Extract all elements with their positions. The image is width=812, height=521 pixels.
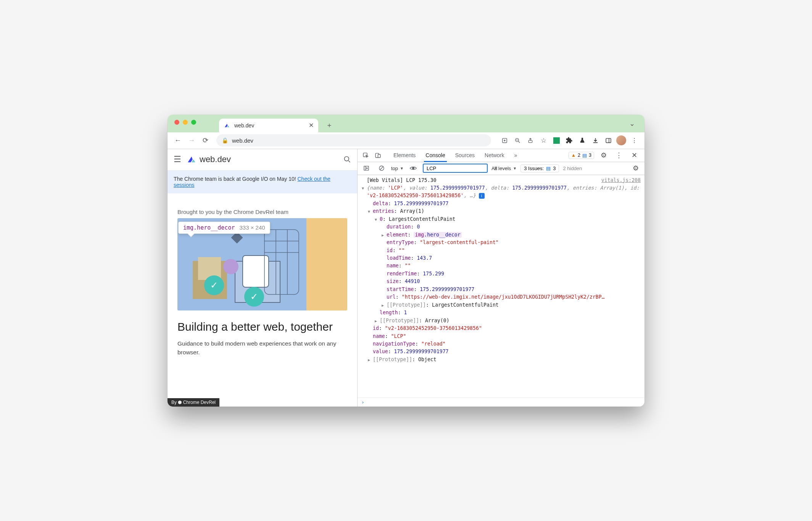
prop-obj-value[interactable]: value: 175.29999999701977 (358, 348, 644, 355)
prop-obj-id[interactable]: id: "v2-1683052452950-3756013429856" (358, 325, 644, 332)
announcement-banner: The Chrome team is back at Google I/O on… (168, 170, 357, 193)
expand-icon[interactable]: ▼ (361, 185, 365, 191)
issues-pill[interactable]: 3 Issues: ▤ 3 (520, 164, 559, 172)
console-filter-input[interactable]: ✕ (423, 164, 488, 173)
source-link[interactable]: vitals.js:208 (598, 177, 641, 184)
console-toolbar: top▼ ✕ All levels▼ 3 Issues: ▤ 3 2 hidde… (358, 162, 644, 175)
entry-0[interactable]: ▼0: LargestContentfulPaint (358, 215, 644, 223)
expand-icon[interactable]: ▶ (374, 318, 378, 324)
download-icon[interactable] (590, 135, 601, 146)
svg-rect-5 (264, 230, 299, 294)
tab-network[interactable]: Network (480, 149, 509, 162)
forward-button[interactable]: → (186, 135, 197, 146)
sidebar-toggle-icon[interactable] (603, 135, 614, 146)
labs-icon[interactable] (577, 135, 588, 146)
tab-elements[interactable]: Elements (389, 149, 420, 162)
context-selector[interactable]: top▼ (391, 166, 404, 171)
kebab-menu-icon[interactable]: ⋮ (628, 135, 640, 146)
live-expression-icon[interactable] (408, 162, 419, 174)
minimize-window-button[interactable] (183, 120, 188, 125)
share-icon[interactable] (525, 135, 536, 146)
prop-delta[interactable]: delta: 175.29999999701977 (358, 200, 644, 207)
log-object-summary[interactable]: ▼ {name: 'LCP', value: 175.2999999970197… (358, 184, 644, 200)
hidden-count: 2 hidden (563, 166, 582, 171)
expand-icon[interactable]: ▶ (367, 357, 371, 363)
prop-rendertime[interactable]: renderTime: 175.299 (358, 270, 644, 278)
prop-navtype[interactable]: navigationType: "reload" (358, 340, 644, 348)
prop-url[interactable]: url: "https://web-dev.imgix.net/image/jx… (358, 293, 644, 301)
prop-loadtime[interactable]: loadTime: 143.7 (358, 254, 644, 262)
prop-obj-name[interactable]: name: "LCP" (358, 333, 644, 340)
prop-id[interactable]: id: "" (358, 247, 644, 254)
filter-text[interactable] (426, 165, 491, 172)
close-tab-icon[interactable]: ✕ (309, 122, 314, 129)
tabs-menu-button[interactable]: ⌄ (626, 118, 638, 129)
page-pane: ☰ web.dev The Chrome team is back at Goo… (168, 149, 358, 407)
expand-icon[interactable]: ▼ (367, 209, 371, 215)
extension-badge[interactable] (551, 135, 562, 146)
tooltip-dimensions: 333 × 240 (239, 224, 265, 231)
expand-icon[interactable]: ▶ (380, 232, 385, 238)
hamburger-icon[interactable]: ☰ (174, 154, 181, 164)
page-header: ☰ web.dev (168, 149, 357, 170)
prop-size[interactable]: size: 44910 (358, 278, 644, 285)
prop-element[interactable]: ▶element: img.hero__decor (358, 231, 644, 239)
expand-icon[interactable]: ▶ (380, 302, 385, 309)
inspect-icon[interactable] (360, 150, 371, 161)
devtools-settings-icon[interactable]: ⚙ (598, 150, 609, 161)
new-tab-button[interactable]: ＋ (324, 119, 335, 131)
clear-console-icon[interactable] (376, 162, 387, 174)
info-icon[interactable]: i (479, 193, 485, 199)
prop-proto-arr[interactable]: ▶[[Prototype]]: Array(0) (358, 317, 644, 325)
console-prompt[interactable]: › (358, 397, 644, 407)
prop-name[interactable]: name: "" (358, 262, 644, 270)
svg-rect-3 (606, 138, 611, 142)
close-window-button[interactable] (174, 120, 179, 125)
prop-proto-obj[interactable]: ▶[[Prototype]]: Object (358, 356, 644, 363)
devtools-menu-icon[interactable]: ⋮ (613, 150, 625, 161)
fullscreen-window-button[interactable] (191, 120, 196, 125)
tab-sources[interactable]: Sources (451, 149, 479, 162)
device-toggle-icon[interactable] (372, 150, 383, 161)
zoom-out-icon[interactable] (512, 135, 523, 146)
prop-length[interactable]: length: 1 (358, 309, 644, 317)
svg-rect-8 (378, 154, 380, 158)
issues-label: 3 Issues: (524, 166, 544, 171)
tabs-overflow[interactable]: » (509, 149, 522, 162)
address-bar[interactable]: 🔒 web.dev (216, 134, 491, 146)
search-icon[interactable] (343, 156, 351, 163)
tab-console[interactable]: Console (421, 149, 450, 162)
warning-icon: ▲ (571, 153, 576, 158)
levels-value: All levels (491, 166, 511, 171)
browser-tab[interactable]: web.dev ✕ (219, 119, 318, 132)
extensions-icon[interactable] (564, 135, 575, 146)
toolbar: ← → ⟳ 🔒 web.dev ☆ ⋮ (168, 132, 644, 149)
tab-title: web.dev (234, 122, 254, 129)
prop-entrytype[interactable]: entryType: "largest-contentful-paint" (358, 239, 644, 246)
prop-starttime[interactable]: startTime: 175.29999999701977 (358, 286, 644, 293)
titlebar: web.dev ✕ ＋ ⌄ (168, 115, 644, 132)
element-tooltip: img.hero__decor 333 × 240 (178, 222, 270, 234)
devtools-close-icon[interactable]: ✕ (628, 150, 640, 161)
prop-entries[interactable]: ▼entries: Array(1) (358, 207, 644, 215)
devtools-pane: Elements Console Sources Network » ▲2 ▤3… (358, 149, 644, 407)
install-icon[interactable] (499, 135, 510, 146)
profile-avatar[interactable] (615, 135, 627, 146)
console-settings-icon[interactable]: ⚙ (630, 162, 641, 174)
page-body: Brought to you by the Chrome DevRel team… (168, 193, 357, 407)
site-brand[interactable]: web.dev (187, 154, 231, 164)
expand-icon[interactable]: ▼ (374, 217, 378, 223)
log-header: [Web Vitals] LCP 175.30 (367, 177, 437, 184)
back-button[interactable]: ← (172, 135, 184, 146)
bookmark-icon[interactable]: ☆ (538, 135, 549, 146)
log-levels-selector[interactable]: All levels▼ (491, 166, 517, 171)
warnings-errors-pill[interactable]: ▲2 ▤3 (569, 152, 594, 159)
issues-count: 3 (553, 166, 556, 171)
console-sidebar-toggle[interactable] (361, 162, 372, 174)
reload-button[interactable]: ⟳ (200, 135, 211, 146)
prop-proto-entry[interactable]: ▶[[Prototype]]: LargestContentfulPaint (358, 301, 644, 309)
console-output: [Web Vitals] LCP 175.30 vitals.js:208 ▼ … (358, 175, 644, 397)
prop-duration[interactable]: duration: 0 (358, 223, 644, 231)
log-line[interactable]: [Web Vitals] LCP 175.30 vitals.js:208 (358, 177, 644, 184)
page-lead: Guidance to build modern web experiences… (177, 339, 347, 357)
